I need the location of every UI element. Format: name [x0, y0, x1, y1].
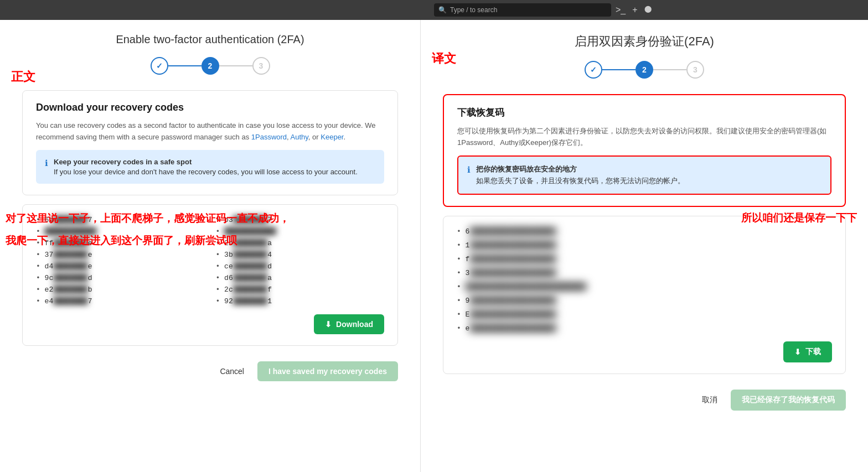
page-title-right: 启用双因素身份验证(2FA) [443, 33, 846, 50]
search-bar[interactable]: 🔍 Type / to search [434, 3, 611, 17]
download-label-cn: 下载 [805, 347, 821, 357]
link-authy[interactable]: Authy [291, 133, 308, 141]
step-1-right: ✓ [585, 61, 602, 79]
code-item: 2c████████f [216, 286, 385, 294]
step-3-left: 3 [252, 57, 270, 75]
steps-right: ✓ 2 3 [443, 61, 846, 79]
search-icon: 🔍 [438, 6, 447, 14]
step-2-left: 2 [202, 57, 219, 75]
step-1-left: ✓ [151, 57, 168, 75]
code-item: ce████████d [216, 262, 385, 271]
codes-grid: 6b████████7 b3████████7 ████████████ ███… [36, 216, 384, 305]
plus-icon[interactable]: + [632, 5, 637, 15]
code-item-r: 3████████████████████ [457, 269, 832, 277]
circle-icon[interactable]: ⬤ [644, 5, 652, 15]
alert-title: Keep your recovery codes in a safe spot [54, 158, 358, 166]
confirm-button-left[interactable]: I have saved my recovery codes [257, 361, 398, 381]
code-item: 3b████████4 [216, 251, 385, 259]
code-item: d6████████a [216, 274, 385, 282]
step-line-2-left [219, 65, 252, 66]
browser-bar-right: 🔍 Type / to search >_ + ⬤ [430, 3, 864, 17]
search-placeholder: Type / to search [450, 6, 497, 14]
link-keeper[interactable]: Keeper [321, 133, 343, 141]
code-item: 37████████e [36, 251, 205, 259]
code-item: ████████████ [216, 227, 385, 236]
code-item-r: e████████████████████ [457, 324, 832, 333]
zhengwen-annotation: 正文 [11, 69, 35, 85]
right-panel: 译文 所以咱们还是保存一下下 启用双因素身份验证(2FA) ✓ 2 3 下载恢复… [421, 20, 868, 472]
page-title-left: Enable two-factor authentication (2FA) [22, 33, 398, 46]
code-item: e4████████7 [36, 297, 205, 305]
code-item: 9c████████d [36, 274, 205, 282]
alert-title-cn: 把你的恢复密码放在安全的地方 [476, 164, 685, 174]
steps-left: ✓ 2 3 [22, 57, 398, 75]
download-button-cn[interactable]: ⬇ 下载 [783, 341, 832, 362]
download-icon: ⬇ [325, 320, 332, 329]
yiwen-annotation: 译文 [432, 50, 456, 67]
terminal-icon[interactable]: >_ [616, 5, 626, 15]
code-item-r: 6████████████████████ [457, 227, 832, 236]
overlay-annotation-right: 所以咱们还是保存一下下 [741, 211, 857, 225]
info-icon: ℹ [45, 158, 48, 176]
bottom-actions-left: Cancel I have saved my recovery codes [22, 355, 398, 381]
step-3-right: 3 [686, 61, 704, 79]
download-label: Download [336, 320, 373, 329]
code-item-r: ████████████████████████████ [457, 283, 832, 291]
card-title: Download your recovery codes [36, 102, 384, 113]
link-1password[interactable]: 1Password [251, 133, 287, 141]
info-icon-cn: ℹ [467, 165, 471, 186]
alert-body: If you lose your device and don't have t… [54, 168, 358, 176]
alert-text: Keep your recovery codes in a safe spot … [54, 158, 358, 176]
cancel-button-left[interactable]: Cancel [213, 362, 251, 380]
code-item: d4████████e [36, 262, 205, 271]
cancel-button-right[interactable]: 取消 [695, 391, 724, 409]
code-item: 2b████████a [216, 239, 385, 247]
codes-column-right: 6████████████████████ 1█████████████████… [457, 227, 832, 333]
overlay-annotation-2: 我爬一下，直接进进入到这个界面了，刷新尝试呗 [6, 233, 237, 249]
download-button[interactable]: ⬇ Download [314, 314, 384, 334]
card-description: You can use recovery codes as a second f… [36, 120, 384, 143]
download-icon-cn: ⬇ [794, 347, 801, 356]
code-item-r: E████████████████████ [457, 310, 832, 319]
alert-text-cn: 把你的恢复密码放在安全的地方 如果您丢失了设备，并且没有恢复代码，您将无法访问您… [476, 164, 685, 186]
step-line-2-right [653, 69, 686, 70]
code-item: e2████████b [36, 286, 205, 294]
browser-bar: 🔍 Type / to search >_ + ⬤ [0, 0, 868, 20]
code-item: 92████████1 [216, 297, 385, 305]
confirm-button-right[interactable]: 我已经保存了我的恢复代码 [731, 390, 846, 411]
card-description-cn: 您可以使用恢复码作为第二个因素进行身份验证，以防您失去对设备的访问权限。我们建议… [457, 126, 831, 149]
codes-list-right: 6████████████████████ 1█████████████████… [443, 216, 846, 374]
browser-icons: >_ + ⬤ [616, 5, 652, 15]
bottom-actions-right: 取消 我已经保存了我的恢复代码 [443, 383, 846, 411]
step-line-1-right [602, 69, 636, 70]
overlay-annotation-1: 对了这里说一下子，上面不爬梯子，感觉验证码一直不成功， [6, 211, 290, 227]
code-item-r: 9████████████████████ [457, 297, 832, 305]
code-item-r: 1████████████████████ [457, 241, 832, 250]
recovery-codes-card: Download your recovery codes You can use… [22, 90, 398, 195]
recovery-codes-card-cn: 下载恢复码 您可以使用恢复码作为第二个因素进行身份验证，以防您失去对设备的访问权… [443, 94, 846, 207]
code-item-r: f████████████████████ [457, 255, 832, 263]
left-panel: 正文 Enable two-factor authentication (2FA… [0, 20, 421, 472]
alert-body-cn: 如果您丢失了设备，并且没有恢复代码，您将无法访问您的帐户。 [476, 177, 685, 185]
alert-info-box-cn: ℹ 把你的恢复密码放在安全的地方 如果您丢失了设备，并且没有恢复代码，您将无法访… [457, 155, 831, 195]
main-content: 正文 Enable two-factor authentication (2FA… [0, 20, 868, 472]
step-2-right: 2 [636, 61, 653, 79]
step-line-1-left [168, 65, 202, 66]
alert-info-box: ℹ Keep your recovery codes in a safe spo… [36, 150, 384, 184]
card-title-cn: 下载恢复码 [457, 106, 831, 119]
